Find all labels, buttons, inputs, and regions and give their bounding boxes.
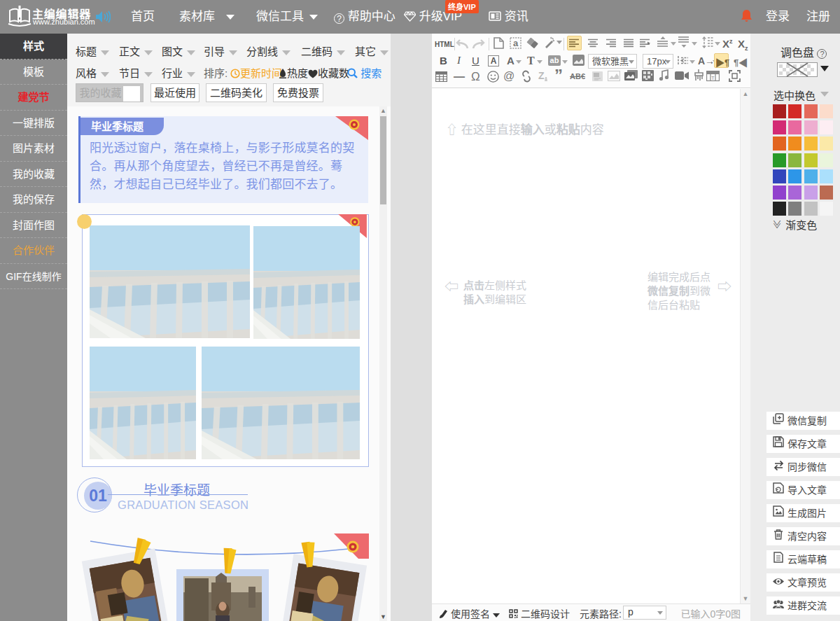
svg-text:T: T [711,76,715,81]
svg-text:a: a [513,38,519,48]
svg-text:Z: Z [538,70,545,81]
